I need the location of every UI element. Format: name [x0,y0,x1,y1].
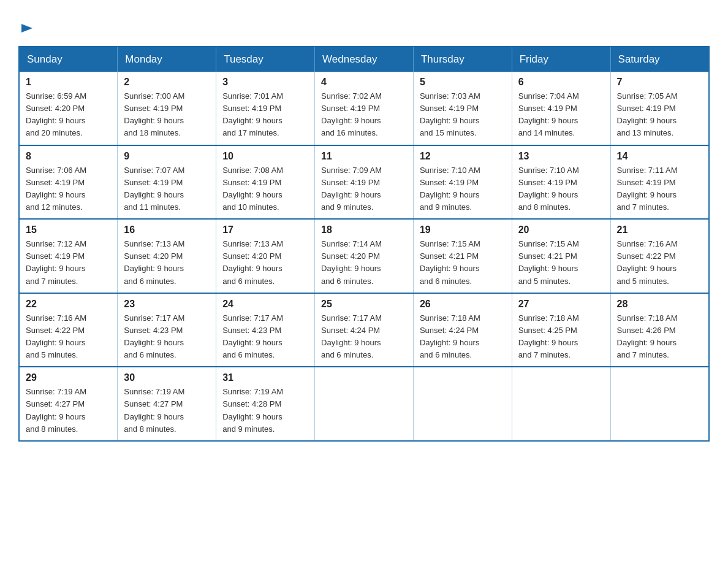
calendar-cell: 5Sunrise: 7:03 AMSunset: 4:19 PMDaylight… [413,72,512,145]
day-info: Sunrise: 7:12 AMSunset: 4:19 PMDaylight:… [26,238,111,288]
calendar-cell: 30Sunrise: 7:19 AMSunset: 4:27 PMDayligh… [118,367,216,441]
calendar-cell: 2Sunrise: 7:00 AMSunset: 4:19 PMDaylight… [118,72,216,145]
day-info: Sunrise: 7:01 AMSunset: 4:19 PMDaylight:… [222,90,308,140]
calendar-table: SundayMondayTuesdayWednesdayThursdayFrid… [18,46,710,442]
day-info: Sunrise: 7:18 AMSunset: 4:26 PMDaylight:… [617,312,702,362]
calendar-cell: 14Sunrise: 7:11 AMSunset: 4:19 PMDayligh… [610,145,709,220]
day-info: Sunrise: 7:16 AMSunset: 4:22 PMDaylight:… [617,238,702,288]
logo-triangle-icon [20,21,34,35]
column-header-saturday: Saturday [610,47,709,72]
day-number: 10 [222,151,308,162]
calendar-cell: 17Sunrise: 7:13 AMSunset: 4:20 PMDayligh… [216,219,315,293]
day-info: Sunrise: 7:13 AMSunset: 4:20 PMDaylight:… [124,238,210,288]
day-info: Sunrise: 7:14 AMSunset: 4:20 PMDaylight:… [321,238,407,288]
day-info: Sunrise: 7:19 AMSunset: 4:27 PMDaylight:… [124,386,210,435]
column-header-wednesday: Wednesday [315,47,414,72]
day-number: 30 [124,372,210,383]
day-info: Sunrise: 7:17 AMSunset: 4:23 PMDaylight:… [124,312,210,362]
day-number: 6 [518,77,604,88]
calendar-cell: 15Sunrise: 7:12 AMSunset: 4:19 PMDayligh… [19,219,118,293]
day-number: 29 [26,372,111,383]
day-info: Sunrise: 7:15 AMSunset: 4:21 PMDaylight:… [420,238,506,288]
day-number: 12 [420,151,506,162]
calendar-cell [610,367,709,441]
column-header-thursday: Thursday [413,47,512,72]
day-number: 4 [321,77,407,88]
day-info: Sunrise: 7:17 AMSunset: 4:24 PMDaylight:… [321,312,407,362]
calendar-cell: 10Sunrise: 7:08 AMSunset: 4:19 PMDayligh… [216,145,315,220]
day-number: 11 [321,151,407,162]
day-info: Sunrise: 7:18 AMSunset: 4:24 PMDaylight:… [420,312,506,362]
calendar-week-row: 22Sunrise: 7:16 AMSunset: 4:22 PMDayligh… [19,293,709,367]
day-info: Sunrise: 7:08 AMSunset: 4:19 PMDaylight:… [222,164,308,214]
day-info: Sunrise: 7:13 AMSunset: 4:20 PMDaylight:… [222,238,308,288]
calendar-cell: 7Sunrise: 7:05 AMSunset: 4:19 PMDaylight… [610,72,709,145]
calendar-week-row: 29Sunrise: 7:19 AMSunset: 4:27 PMDayligh… [19,367,709,441]
calendar-cell: 27Sunrise: 7:18 AMSunset: 4:25 PMDayligh… [512,293,610,367]
calendar-cell: 24Sunrise: 7:17 AMSunset: 4:23 PMDayligh… [216,293,315,367]
calendar-cell: 8Sunrise: 7:06 AMSunset: 4:19 PMDaylight… [19,145,118,220]
day-number: 19 [420,224,506,236]
calendar-cell: 9Sunrise: 7:07 AMSunset: 4:19 PMDaylight… [118,145,216,220]
calendar-cell: 13Sunrise: 7:10 AMSunset: 4:19 PMDayligh… [512,145,610,220]
calendar-cell: 3Sunrise: 7:01 AMSunset: 4:19 PMDaylight… [216,72,315,145]
day-info: Sunrise: 7:09 AMSunset: 4:19 PMDaylight:… [321,164,407,214]
calendar-cell: 21Sunrise: 7:16 AMSunset: 4:22 PMDayligh… [610,219,709,293]
day-info: Sunrise: 7:06 AMSunset: 4:19 PMDaylight:… [26,164,111,214]
calendar-cell: 28Sunrise: 7:18 AMSunset: 4:26 PMDayligh… [610,293,709,367]
calendar-cell: 25Sunrise: 7:17 AMSunset: 4:24 PMDayligh… [315,293,414,367]
day-info: Sunrise: 6:59 AMSunset: 4:20 PMDaylight:… [26,90,111,140]
calendar-cell: 22Sunrise: 7:16 AMSunset: 4:22 PMDayligh… [19,293,118,367]
day-info: Sunrise: 7:10 AMSunset: 4:19 PMDaylight:… [518,164,604,214]
calendar-cell: 20Sunrise: 7:15 AMSunset: 4:21 PMDayligh… [512,219,610,293]
calendar-cell: 1Sunrise: 6:59 AMSunset: 4:20 PMDaylight… [19,72,118,145]
calendar-cell: 6Sunrise: 7:04 AMSunset: 4:19 PMDaylight… [512,72,610,145]
day-number: 24 [222,299,308,310]
day-info: Sunrise: 7:04 AMSunset: 4:19 PMDaylight:… [518,90,604,140]
logo [18,18,34,34]
day-info: Sunrise: 7:15 AMSunset: 4:21 PMDaylight:… [518,238,604,288]
day-info: Sunrise: 7:19 AMSunset: 4:27 PMDaylight:… [26,386,111,435]
calendar-header-row: SundayMondayTuesdayWednesdayThursdayFrid… [19,47,709,72]
calendar-cell: 11Sunrise: 7:09 AMSunset: 4:19 PMDayligh… [315,145,414,220]
calendar-week-row: 8Sunrise: 7:06 AMSunset: 4:19 PMDaylight… [19,145,709,220]
calendar-cell [512,367,610,441]
column-header-monday: Monday [118,47,216,72]
column-header-friday: Friday [512,47,610,72]
calendar-cell: 29Sunrise: 7:19 AMSunset: 4:27 PMDayligh… [19,367,118,441]
day-number: 17 [222,224,308,236]
day-number: 18 [321,224,407,236]
day-info: Sunrise: 7:16 AMSunset: 4:22 PMDaylight:… [26,312,111,362]
day-info: Sunrise: 7:17 AMSunset: 4:23 PMDaylight:… [222,312,308,362]
day-number: 5 [420,77,506,88]
day-number: 14 [617,151,702,162]
day-number: 3 [222,77,308,88]
day-number: 28 [617,299,702,310]
day-number: 27 [518,299,604,310]
day-info: Sunrise: 7:02 AMSunset: 4:19 PMDaylight:… [321,90,407,140]
calendar-week-row: 1Sunrise: 6:59 AMSunset: 4:20 PMDaylight… [19,72,709,145]
day-number: 13 [518,151,604,162]
day-number: 25 [321,299,407,310]
calendar-cell [315,367,414,441]
day-number: 21 [617,224,702,236]
calendar-cell: 19Sunrise: 7:15 AMSunset: 4:21 PMDayligh… [413,219,512,293]
day-number: 15 [26,224,111,236]
calendar-cell: 12Sunrise: 7:10 AMSunset: 4:19 PMDayligh… [413,145,512,220]
day-info: Sunrise: 7:05 AMSunset: 4:19 PMDaylight:… [617,90,702,140]
day-number: 26 [420,299,506,310]
page-header [18,18,710,34]
day-info: Sunrise: 7:00 AMSunset: 4:19 PMDaylight:… [124,90,210,140]
calendar-cell: 16Sunrise: 7:13 AMSunset: 4:20 PMDayligh… [118,219,216,293]
day-info: Sunrise: 7:03 AMSunset: 4:19 PMDaylight:… [420,90,506,140]
calendar-cell: 4Sunrise: 7:02 AMSunset: 4:19 PMDaylight… [315,72,414,145]
day-number: 2 [124,77,210,88]
day-number: 1 [26,77,111,88]
day-number: 22 [26,299,111,310]
calendar-cell: 31Sunrise: 7:19 AMSunset: 4:28 PMDayligh… [216,367,315,441]
calendar-cell: 26Sunrise: 7:18 AMSunset: 4:24 PMDayligh… [413,293,512,367]
calendar-cell [413,367,512,441]
day-info: Sunrise: 7:10 AMSunset: 4:19 PMDaylight:… [420,164,506,214]
day-info: Sunrise: 7:19 AMSunset: 4:28 PMDaylight:… [222,386,308,435]
day-info: Sunrise: 7:11 AMSunset: 4:19 PMDaylight:… [617,164,702,214]
